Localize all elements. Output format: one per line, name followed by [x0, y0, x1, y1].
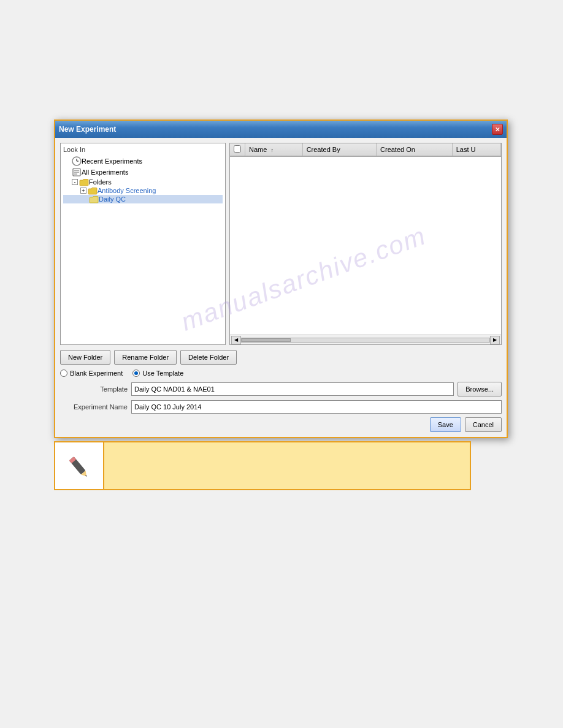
col-header-last-used[interactable]: Last U: [452, 143, 500, 156]
dialog-action-buttons: Save Cancel: [60, 417, 502, 432]
folders-icon: [79, 178, 89, 186]
dialog-body: Look In Recent Experiments: [55, 138, 507, 437]
dailyqc-folder-icon: [89, 195, 99, 203]
tree-item-dailyqc-label: Daily QC: [99, 195, 126, 203]
scroll-track[interactable]: [241, 338, 490, 343]
tree-item-antibody[interactable]: + Antibody Screening: [63, 186, 223, 195]
delete-folder-button[interactable]: Delete Folder: [180, 350, 237, 365]
col-header-created-by[interactable]: Created By: [302, 143, 376, 156]
note-icon-area: [55, 442, 104, 489]
dialog-title: New Experiment: [59, 125, 116, 134]
scroll-thumb[interactable]: [242, 338, 291, 342]
look-in-label: Look In: [63, 146, 223, 153]
file-list-panel: Name ↑ Created By Created On Last U: [229, 143, 502, 345]
folder-tree-panel: Look In Recent Experiments: [60, 143, 226, 345]
template-radio[interactable]: [132, 370, 140, 377]
note-content: [104, 442, 470, 489]
radio-row: Blank Experiment Use Template: [60, 370, 502, 377]
antibody-folder-icon: [88, 187, 98, 194]
save-button[interactable]: Save: [430, 417, 461, 432]
folder-action-buttons: New Folder Rename Folder Delete Folder: [60, 350, 502, 365]
blank-radio[interactable]: [60, 370, 67, 377]
antibody-expand-icon[interactable]: +: [80, 188, 86, 194]
tree-item-all-label: All Experiments: [82, 169, 128, 176]
tree-item-folders-label: Folders: [89, 178, 112, 186]
browse-button[interactable]: Browse...: [458, 382, 502, 396]
new-folder-button[interactable]: New Folder: [60, 350, 110, 365]
experiment-name-field-row: Experiment Name: [60, 400, 502, 414]
dialog-content-area: Look In Recent Experiments: [60, 143, 502, 345]
dialog-close-button[interactable]: ✕: [492, 124, 503, 135]
scroll-right-button[interactable]: ▶: [490, 336, 500, 344]
bottom-controls: Blank Experiment Use Template Template B…: [60, 370, 502, 432]
template-radio-label: Use Template: [142, 370, 183, 377]
file-table: Name ↑ Created By Created On Last U: [230, 143, 501, 157]
sort-indicator: ↑: [270, 147, 274, 153]
pencil-icon: [64, 450, 94, 481]
tree-item-folders[interactable]: - Folders: [63, 178, 223, 186]
svg-line-10: [86, 476, 86, 477]
note-box: [54, 441, 471, 490]
cancel-button[interactable]: Cancel: [465, 417, 502, 432]
horizontal-scrollbar[interactable]: ◀ ▶: [230, 335, 501, 344]
tree-item-recent-label: Recent Experiments: [82, 157, 142, 165]
template-input[interactable]: [131, 382, 454, 396]
tree-item-antibody-label: Antibody Screening: [98, 187, 156, 194]
experiment-name-input[interactable]: [131, 400, 502, 414]
template-field-row: Template Browse...: [60, 382, 502, 396]
use-template-option[interactable]: Use Template: [132, 370, 183, 377]
rename-folder-button[interactable]: Rename Folder: [114, 350, 177, 365]
tree-item-dailyqc[interactable]: Daily QC: [63, 195, 223, 203]
col-header-created-on[interactable]: Created On: [377, 143, 453, 156]
template-label: Template: [60, 385, 128, 393]
blank-experiment-option[interactable]: Blank Experiment: [60, 370, 123, 377]
tree-item-all[interactable]: All Experiments: [63, 167, 223, 178]
experiment-name-label: Experiment Name: [60, 403, 128, 411]
tree-item-recent[interactable]: Recent Experiments: [63, 156, 223, 167]
experiments-icon: [72, 167, 82, 177]
select-all-checkbox[interactable]: [234, 145, 241, 153]
scroll-left-button[interactable]: ◀: [231, 336, 241, 344]
dialog-titlebar: New Experiment ✕: [55, 121, 507, 138]
clock-icon: [72, 156, 82, 166]
blank-radio-label: Blank Experiment: [70, 370, 123, 377]
col-header-checkbox[interactable]: [230, 143, 245, 156]
folders-expand-icon[interactable]: -: [72, 179, 78, 185]
new-experiment-dialog: New Experiment ✕ Look In Recent Exper: [54, 119, 508, 438]
col-header-name[interactable]: Name ↑: [245, 143, 303, 156]
